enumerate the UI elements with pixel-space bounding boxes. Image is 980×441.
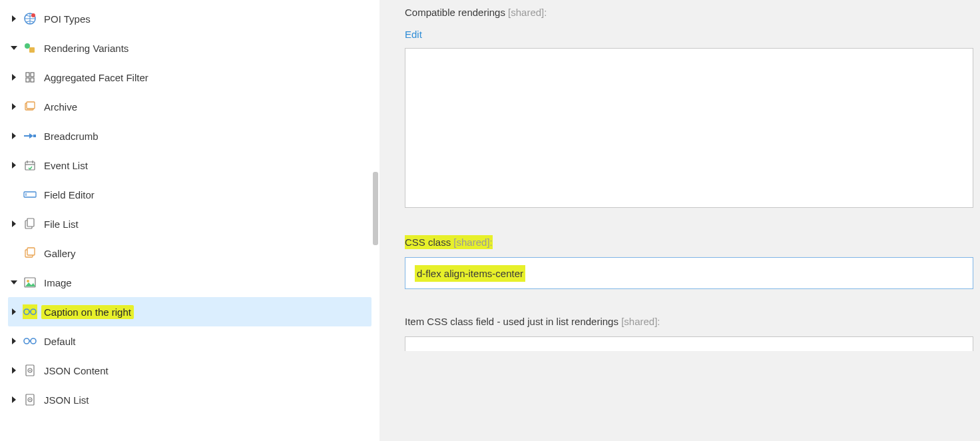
tree-label: POI Types — [41, 12, 93, 26]
field-label-text: Item CSS class field - used just in list… — [405, 316, 618, 327]
gear-file-icon — [23, 392, 37, 407]
tree-label: Field Editor — [41, 188, 97, 202]
tree-label: Breadcrumb — [41, 129, 101, 143]
svg-point-1 — [31, 13, 35, 17]
svg-rect-10 — [33, 135, 36, 137]
variant-icon — [23, 334, 37, 348]
field-label: CSS class [shared]: — [405, 235, 493, 249]
tree-item-file-list[interactable]: File List — [8, 209, 371, 238]
chevron-down-icon[interactable] — [9, 279, 19, 286]
css-class-value: d-flex align-items-center — [415, 265, 525, 282]
field-label: Compatible renderings [shared]: — [405, 5, 547, 19]
chevron-right-icon[interactable] — [9, 396, 19, 403]
chevron-right-icon[interactable] — [9, 74, 19, 81]
field-label-text: Compatible renderings — [405, 7, 505, 18]
files-icon — [23, 217, 37, 231]
tree-item-image[interactable]: Image — [8, 268, 371, 297]
tree-label: Default — [41, 334, 79, 348]
tree-item-event-list[interactable]: Event List — [8, 151, 371, 180]
svg-rect-9 — [27, 102, 35, 109]
shared-suffix: [shared]: — [505, 7, 547, 18]
tree-item-default[interactable]: Default — [8, 326, 371, 356]
shared-suffix: [shared]: — [618, 316, 660, 327]
shared-suffix: [shared]: — [451, 236, 493, 248]
image-icon — [23, 275, 37, 290]
chevron-right-icon[interactable] — [9, 162, 19, 169]
tree-item-caption-on-the-right[interactable]: Caption on the right — [8, 297, 371, 326]
svg-rect-7 — [31, 78, 34, 82]
gallery-icon — [23, 246, 37, 260]
chevron-right-icon[interactable] — [9, 220, 19, 227]
tree-item-rendering-variants[interactable]: Rendering Variants — [8, 33, 371, 63]
calendar-icon — [23, 158, 37, 173]
compatible-renderings-input[interactable] — [405, 48, 973, 208]
svg-rect-3 — [29, 47, 35, 53]
edit-link[interactable]: Edit — [405, 29, 422, 40]
tree-item-archive[interactable]: Archive — [8, 92, 371, 121]
svg-rect-4 — [26, 73, 29, 77]
chevron-right-icon[interactable] — [9, 308, 19, 315]
chevron-right-icon[interactable] — [9, 103, 19, 110]
shapes-icon — [23, 41, 37, 55]
tree-item-aggregated-facet-filter[interactable]: Aggregated Facet Filter — [8, 63, 371, 92]
archive-icon — [23, 99, 37, 114]
tree-item-json-list[interactable]: JSON List — [8, 385, 371, 414]
item-css-class-input[interactable] — [405, 336, 973, 351]
scrollbar-thumb[interactable] — [373, 172, 378, 245]
field-css-class: CSS class [shared]: d-flex align-items-c… — [405, 235, 980, 289]
chevron-right-icon[interactable] — [9, 133, 19, 139]
field-label-text: CSS class — [405, 236, 451, 248]
svg-point-27 — [31, 338, 36, 344]
panel-splitter[interactable] — [371, 0, 379, 441]
chevron-down-icon[interactable] — [9, 45, 19, 51]
tree-item-field-editor[interactable]: Field Editor — [8, 180, 371, 209]
svg-point-22 — [27, 280, 29, 282]
tree-label: File List — [41, 217, 81, 231]
tree-label: JSON List — [41, 393, 92, 407]
svg-point-2 — [25, 43, 30, 49]
tree-label: Event List — [41, 159, 91, 173]
svg-rect-5 — [31, 73, 34, 77]
tree-label: Gallery — [41, 246, 79, 260]
breadcrumb-icon — [23, 129, 37, 143]
filter-icon — [23, 70, 37, 85]
field-item-css-class: Item CSS class field - used just in list… — [405, 314, 980, 351]
svg-point-24 — [31, 309, 36, 314]
tree-item-poi-types[interactable]: POI Types — [8, 4, 371, 33]
svg-point-31 — [29, 370, 31, 371]
tree-item-json-content[interactable]: JSON Content — [8, 356, 371, 385]
tree-label: Rendering Variants — [41, 41, 131, 55]
field-compatible-renderings: Compatible renderings [shared]: Edit — [405, 5, 980, 210]
content-panel: Compatible renderings [shared]: Edit CSS… — [379, 0, 980, 441]
gear-file-icon — [23, 363, 37, 378]
tree-item-gallery[interactable]: Gallery — [8, 238, 371, 268]
svg-point-26 — [24, 338, 29, 344]
tree-item-breadcrumb[interactable]: Breadcrumb — [8, 121, 371, 151]
field-label: Item CSS class field - used just in list… — [405, 314, 660, 328]
globe-icon — [23, 11, 37, 26]
chevron-right-icon[interactable] — [9, 15, 19, 22]
tree-label: JSON Content — [41, 364, 111, 378]
svg-rect-18 — [27, 219, 34, 226]
tree-label: Aggregated Facet Filter — [41, 71, 151, 85]
tree-label: Caption on the right — [41, 305, 134, 319]
field-icon — [23, 187, 37, 202]
svg-point-23 — [24, 309, 29, 314]
tree-label: Archive — [41, 100, 80, 114]
tree-label: Image — [41, 276, 75, 290]
svg-rect-20 — [27, 248, 35, 255]
chevron-right-icon[interactable] — [9, 338, 19, 344]
css-class-input[interactable]: d-flex align-items-center — [405, 257, 973, 289]
content-tree-panel: POI Types — [0, 0, 371, 441]
svg-rect-6 — [26, 78, 29, 82]
chevron-right-icon[interactable] — [9, 367, 19, 374]
svg-point-34 — [29, 399, 31, 400]
variant-icon — [23, 304, 37, 319]
